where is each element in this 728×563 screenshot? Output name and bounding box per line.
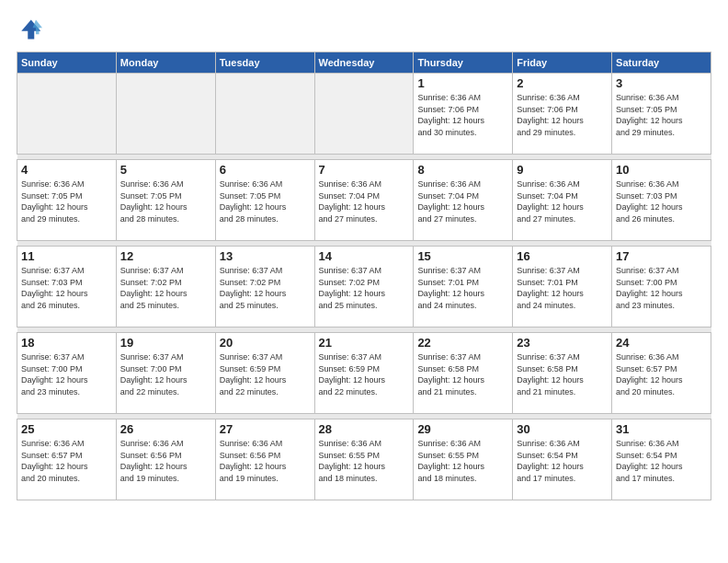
day-info: Sunrise: 6:36 AM Sunset: 6:57 PM Dayligh… bbox=[21, 438, 112, 484]
day-info: Sunrise: 6:36 AM Sunset: 7:05 PM Dayligh… bbox=[21, 178, 112, 224]
calendar-week-row: 25Sunrise: 6:36 AM Sunset: 6:57 PM Dayli… bbox=[17, 419, 711, 500]
day-info: Sunrise: 6:37 AM Sunset: 7:02 PM Dayligh… bbox=[120, 265, 211, 311]
calendar-cell: 16Sunrise: 6:37 AM Sunset: 7:01 PM Dayli… bbox=[513, 247, 612, 327]
day-info: Sunrise: 6:36 AM Sunset: 7:05 PM Dayligh… bbox=[616, 92, 707, 138]
day-number: 17 bbox=[616, 249, 707, 263]
calendar-cell: 4Sunrise: 6:36 AM Sunset: 7:05 PM Daylig… bbox=[17, 160, 117, 241]
day-info: Sunrise: 6:36 AM Sunset: 6:55 PM Dayligh… bbox=[417, 438, 508, 484]
day-number: 18 bbox=[21, 336, 112, 350]
day-info: Sunrise: 6:36 AM Sunset: 7:04 PM Dayligh… bbox=[319, 178, 410, 224]
day-number: 12 bbox=[120, 249, 211, 263]
calendar-cell: 19Sunrise: 6:37 AM Sunset: 7:00 PM Dayli… bbox=[116, 333, 215, 414]
weekday-header-saturday: Saturday bbox=[612, 52, 711, 74]
calendar-cell: 26Sunrise: 6:36 AM Sunset: 6:56 PM Dayli… bbox=[116, 419, 215, 500]
day-number: 1 bbox=[417, 76, 508, 90]
calendar-cell bbox=[215, 74, 314, 155]
day-number: 28 bbox=[319, 422, 410, 436]
calendar-table: SundayMondayTuesdayWednesdayThursdayFrid… bbox=[17, 52, 711, 500]
calendar-cell: 5Sunrise: 6:36 AM Sunset: 7:05 PM Daylig… bbox=[116, 160, 215, 241]
weekday-header-wednesday: Wednesday bbox=[314, 52, 414, 74]
day-info: Sunrise: 6:36 AM Sunset: 6:57 PM Dayligh… bbox=[616, 351, 707, 397]
day-info: Sunrise: 6:36 AM Sunset: 7:03 PM Dayligh… bbox=[616, 178, 707, 224]
day-number: 16 bbox=[517, 249, 608, 263]
day-number: 14 bbox=[319, 249, 410, 263]
day-info: Sunrise: 6:36 AM Sunset: 6:54 PM Dayligh… bbox=[616, 438, 707, 484]
day-info: Sunrise: 6:37 AM Sunset: 7:00 PM Dayligh… bbox=[120, 351, 211, 397]
weekday-header-sunday: Sunday bbox=[17, 52, 117, 74]
calendar-cell bbox=[116, 74, 215, 155]
day-number: 26 bbox=[120, 422, 211, 436]
calendar-cell bbox=[17, 74, 117, 155]
calendar-cell: 14Sunrise: 6:37 AM Sunset: 7:02 PM Dayli… bbox=[314, 247, 414, 327]
day-number: 15 bbox=[417, 249, 508, 263]
day-number: 7 bbox=[319, 163, 410, 177]
calendar-cell: 15Sunrise: 6:37 AM Sunset: 7:01 PM Dayli… bbox=[414, 247, 513, 327]
day-info: Sunrise: 6:37 AM Sunset: 6:59 PM Dayligh… bbox=[319, 351, 410, 397]
day-number: 9 bbox=[517, 163, 608, 177]
day-info: Sunrise: 6:37 AM Sunset: 7:01 PM Dayligh… bbox=[417, 265, 508, 311]
day-number: 23 bbox=[517, 336, 608, 350]
day-number: 3 bbox=[616, 76, 707, 90]
calendar-week-row: 4Sunrise: 6:36 AM Sunset: 7:05 PM Daylig… bbox=[17, 160, 711, 241]
calendar-cell: 22Sunrise: 6:37 AM Sunset: 6:58 PM Dayli… bbox=[414, 333, 513, 414]
day-number: 10 bbox=[616, 163, 707, 177]
day-info: Sunrise: 6:37 AM Sunset: 7:01 PM Dayligh… bbox=[517, 265, 608, 311]
calendar-cell: 12Sunrise: 6:37 AM Sunset: 7:02 PM Dayli… bbox=[116, 247, 215, 327]
day-number: 6 bbox=[220, 163, 311, 177]
logo-icon bbox=[17, 17, 42, 42]
day-info: Sunrise: 6:36 AM Sunset: 7:04 PM Dayligh… bbox=[517, 178, 608, 224]
day-number: 29 bbox=[417, 422, 508, 436]
day-number: 27 bbox=[220, 422, 311, 436]
day-info: Sunrise: 6:37 AM Sunset: 6:58 PM Dayligh… bbox=[417, 351, 508, 397]
day-number: 22 bbox=[417, 336, 508, 350]
calendar-cell: 31Sunrise: 6:36 AM Sunset: 6:54 PM Dayli… bbox=[612, 419, 711, 500]
page: SundayMondayTuesdayWednesdayThursdayFrid… bbox=[0, 0, 728, 510]
day-info: Sunrise: 6:37 AM Sunset: 6:58 PM Dayligh… bbox=[517, 351, 608, 397]
day-number: 24 bbox=[616, 336, 707, 350]
calendar-cell: 29Sunrise: 6:36 AM Sunset: 6:55 PM Dayli… bbox=[414, 419, 513, 500]
calendar-cell: 11Sunrise: 6:37 AM Sunset: 7:03 PM Dayli… bbox=[17, 247, 117, 327]
weekday-header-row: SundayMondayTuesdayWednesdayThursdayFrid… bbox=[17, 52, 711, 74]
day-info: Sunrise: 6:36 AM Sunset: 6:56 PM Dayligh… bbox=[220, 438, 311, 484]
day-number: 8 bbox=[417, 163, 508, 177]
day-number: 20 bbox=[220, 336, 311, 350]
calendar-cell: 27Sunrise: 6:36 AM Sunset: 6:56 PM Dayli… bbox=[215, 419, 314, 500]
calendar-cell bbox=[314, 74, 414, 155]
day-number: 25 bbox=[21, 422, 112, 436]
calendar-cell: 18Sunrise: 6:37 AM Sunset: 7:00 PM Dayli… bbox=[17, 333, 117, 414]
day-number: 19 bbox=[120, 336, 211, 350]
day-number: 31 bbox=[616, 422, 707, 436]
day-info: Sunrise: 6:36 AM Sunset: 7:05 PM Dayligh… bbox=[120, 178, 211, 224]
day-info: Sunrise: 6:36 AM Sunset: 6:56 PM Dayligh… bbox=[120, 438, 211, 484]
header bbox=[17, 17, 711, 42]
day-info: Sunrise: 6:36 AM Sunset: 6:55 PM Dayligh… bbox=[319, 438, 410, 484]
calendar-cell: 21Sunrise: 6:37 AM Sunset: 6:59 PM Dayli… bbox=[314, 333, 414, 414]
calendar-cell: 2Sunrise: 6:36 AM Sunset: 7:06 PM Daylig… bbox=[513, 74, 612, 155]
day-number: 13 bbox=[220, 249, 311, 263]
day-number: 11 bbox=[21, 249, 112, 263]
calendar-cell: 10Sunrise: 6:36 AM Sunset: 7:03 PM Dayli… bbox=[612, 160, 711, 241]
calendar-cell: 23Sunrise: 6:37 AM Sunset: 6:58 PM Dayli… bbox=[513, 333, 612, 414]
calendar-week-row: 18Sunrise: 6:37 AM Sunset: 7:00 PM Dayli… bbox=[17, 333, 711, 414]
calendar-cell: 30Sunrise: 6:36 AM Sunset: 6:54 PM Dayli… bbox=[513, 419, 612, 500]
day-number: 21 bbox=[319, 336, 410, 350]
day-info: Sunrise: 6:36 AM Sunset: 7:06 PM Dayligh… bbox=[417, 92, 508, 138]
calendar-cell: 17Sunrise: 6:37 AM Sunset: 7:00 PM Dayli… bbox=[612, 247, 711, 327]
calendar-cell: 3Sunrise: 6:36 AM Sunset: 7:05 PM Daylig… bbox=[612, 74, 711, 155]
day-info: Sunrise: 6:37 AM Sunset: 7:02 PM Dayligh… bbox=[319, 265, 410, 311]
calendar-cell: 9Sunrise: 6:36 AM Sunset: 7:04 PM Daylig… bbox=[513, 160, 612, 241]
calendar-week-row: 1Sunrise: 6:36 AM Sunset: 7:06 PM Daylig… bbox=[17, 74, 711, 155]
day-number: 2 bbox=[517, 76, 608, 90]
day-info: Sunrise: 6:37 AM Sunset: 7:00 PM Dayligh… bbox=[21, 351, 112, 397]
calendar-cell: 8Sunrise: 6:36 AM Sunset: 7:04 PM Daylig… bbox=[414, 160, 513, 241]
calendar-cell: 1Sunrise: 6:36 AM Sunset: 7:06 PM Daylig… bbox=[414, 74, 513, 155]
day-info: Sunrise: 6:37 AM Sunset: 7:02 PM Dayligh… bbox=[220, 265, 311, 311]
day-info: Sunrise: 6:36 AM Sunset: 7:04 PM Dayligh… bbox=[417, 178, 508, 224]
day-number: 30 bbox=[517, 422, 608, 436]
weekday-header-friday: Friday bbox=[513, 52, 612, 74]
weekday-header-tuesday: Tuesday bbox=[215, 52, 314, 74]
day-info: Sunrise: 6:36 AM Sunset: 7:06 PM Dayligh… bbox=[517, 92, 608, 138]
calendar-cell: 7Sunrise: 6:36 AM Sunset: 7:04 PM Daylig… bbox=[314, 160, 414, 241]
calendar-cell: 20Sunrise: 6:37 AM Sunset: 6:59 PM Dayli… bbox=[215, 333, 314, 414]
calendar-cell: 25Sunrise: 6:36 AM Sunset: 6:57 PM Dayli… bbox=[17, 419, 117, 500]
